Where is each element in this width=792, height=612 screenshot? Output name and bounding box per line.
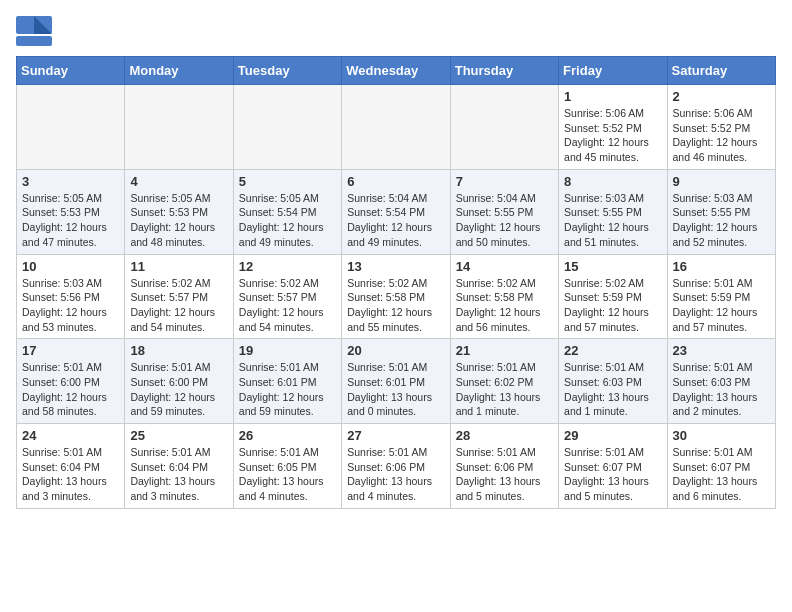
calendar-cell: 19Sunrise: 5:01 AM Sunset: 6:01 PM Dayli… <box>233 339 341 424</box>
week-row-3: 10Sunrise: 5:03 AM Sunset: 5:56 PM Dayli… <box>17 254 776 339</box>
day-info: Sunrise: 5:01 AM Sunset: 6:04 PM Dayligh… <box>130 445 227 504</box>
calendar-cell <box>125 85 233 170</box>
calendar-cell: 26Sunrise: 5:01 AM Sunset: 6:05 PM Dayli… <box>233 424 341 509</box>
day-number: 9 <box>673 174 770 189</box>
day-number: 20 <box>347 343 444 358</box>
day-number: 29 <box>564 428 661 443</box>
day-number: 15 <box>564 259 661 274</box>
calendar-cell: 8Sunrise: 5:03 AM Sunset: 5:55 PM Daylig… <box>559 169 667 254</box>
day-number: 6 <box>347 174 444 189</box>
day-info: Sunrise: 5:05 AM Sunset: 5:53 PM Dayligh… <box>22 191 119 250</box>
calendar-cell: 30Sunrise: 5:01 AM Sunset: 6:07 PM Dayli… <box>667 424 775 509</box>
day-number: 24 <box>22 428 119 443</box>
calendar-cell: 23Sunrise: 5:01 AM Sunset: 6:03 PM Dayli… <box>667 339 775 424</box>
calendar-cell: 7Sunrise: 5:04 AM Sunset: 5:55 PM Daylig… <box>450 169 558 254</box>
calendar-cell: 13Sunrise: 5:02 AM Sunset: 5:58 PM Dayli… <box>342 254 450 339</box>
day-number: 3 <box>22 174 119 189</box>
calendar-cell: 27Sunrise: 5:01 AM Sunset: 6:06 PM Dayli… <box>342 424 450 509</box>
day-number: 19 <box>239 343 336 358</box>
day-number: 4 <box>130 174 227 189</box>
calendar-cell: 5Sunrise: 5:05 AM Sunset: 5:54 PM Daylig… <box>233 169 341 254</box>
day-info: Sunrise: 5:01 AM Sunset: 6:00 PM Dayligh… <box>22 360 119 419</box>
day-info: Sunrise: 5:05 AM Sunset: 5:53 PM Dayligh… <box>130 191 227 250</box>
day-info: Sunrise: 5:04 AM Sunset: 5:54 PM Dayligh… <box>347 191 444 250</box>
day-number: 12 <box>239 259 336 274</box>
day-info: Sunrise: 5:04 AM Sunset: 5:55 PM Dayligh… <box>456 191 553 250</box>
day-info: Sunrise: 5:02 AM Sunset: 5:58 PM Dayligh… <box>456 276 553 335</box>
header-thursday: Thursday <box>450 57 558 85</box>
logo <box>16 16 56 46</box>
day-number: 21 <box>456 343 553 358</box>
header-sunday: Sunday <box>17 57 125 85</box>
day-number: 26 <box>239 428 336 443</box>
day-number: 13 <box>347 259 444 274</box>
day-number: 23 <box>673 343 770 358</box>
day-info: Sunrise: 5:01 AM Sunset: 6:02 PM Dayligh… <box>456 360 553 419</box>
calendar-cell: 18Sunrise: 5:01 AM Sunset: 6:00 PM Dayli… <box>125 339 233 424</box>
day-info: Sunrise: 5:01 AM Sunset: 6:01 PM Dayligh… <box>239 360 336 419</box>
day-number: 2 <box>673 89 770 104</box>
day-number: 22 <box>564 343 661 358</box>
day-info: Sunrise: 5:02 AM Sunset: 5:59 PM Dayligh… <box>564 276 661 335</box>
day-info: Sunrise: 5:01 AM Sunset: 6:00 PM Dayligh… <box>130 360 227 419</box>
calendar-cell: 22Sunrise: 5:01 AM Sunset: 6:03 PM Dayli… <box>559 339 667 424</box>
day-number: 8 <box>564 174 661 189</box>
calendar-cell: 25Sunrise: 5:01 AM Sunset: 6:04 PM Dayli… <box>125 424 233 509</box>
week-row-2: 3Sunrise: 5:05 AM Sunset: 5:53 PM Daylig… <box>17 169 776 254</box>
calendar-cell: 2Sunrise: 5:06 AM Sunset: 5:52 PM Daylig… <box>667 85 775 170</box>
header-friday: Friday <box>559 57 667 85</box>
calendar-cell: 15Sunrise: 5:02 AM Sunset: 5:59 PM Dayli… <box>559 254 667 339</box>
day-info: Sunrise: 5:06 AM Sunset: 5:52 PM Dayligh… <box>564 106 661 165</box>
calendar-cell: 29Sunrise: 5:01 AM Sunset: 6:07 PM Dayli… <box>559 424 667 509</box>
day-info: Sunrise: 5:01 AM Sunset: 6:06 PM Dayligh… <box>456 445 553 504</box>
calendar-cell: 4Sunrise: 5:05 AM Sunset: 5:53 PM Daylig… <box>125 169 233 254</box>
day-number: 7 <box>456 174 553 189</box>
day-number: 16 <box>673 259 770 274</box>
day-info: Sunrise: 5:01 AM Sunset: 6:06 PM Dayligh… <box>347 445 444 504</box>
day-number: 14 <box>456 259 553 274</box>
calendar-cell: 20Sunrise: 5:01 AM Sunset: 6:01 PM Dayli… <box>342 339 450 424</box>
calendar-table: SundayMondayTuesdayWednesdayThursdayFrid… <box>16 56 776 509</box>
calendar-cell <box>450 85 558 170</box>
day-info: Sunrise: 5:05 AM Sunset: 5:54 PM Dayligh… <box>239 191 336 250</box>
day-info: Sunrise: 5:03 AM Sunset: 5:55 PM Dayligh… <box>564 191 661 250</box>
day-info: Sunrise: 5:02 AM Sunset: 5:57 PM Dayligh… <box>239 276 336 335</box>
day-number: 25 <box>130 428 227 443</box>
day-number: 5 <box>239 174 336 189</box>
day-info: Sunrise: 5:01 AM Sunset: 6:04 PM Dayligh… <box>22 445 119 504</box>
header-wednesday: Wednesday <box>342 57 450 85</box>
calendar-cell: 17Sunrise: 5:01 AM Sunset: 6:00 PM Dayli… <box>17 339 125 424</box>
calendar-cell: 16Sunrise: 5:01 AM Sunset: 5:59 PM Dayli… <box>667 254 775 339</box>
day-info: Sunrise: 5:02 AM Sunset: 5:57 PM Dayligh… <box>130 276 227 335</box>
day-number: 30 <box>673 428 770 443</box>
day-info: Sunrise: 5:01 AM Sunset: 6:01 PM Dayligh… <box>347 360 444 419</box>
day-info: Sunrise: 5:06 AM Sunset: 5:52 PM Dayligh… <box>673 106 770 165</box>
header-saturday: Saturday <box>667 57 775 85</box>
week-row-1: 1Sunrise: 5:06 AM Sunset: 5:52 PM Daylig… <box>17 85 776 170</box>
calendar-cell: 12Sunrise: 5:02 AM Sunset: 5:57 PM Dayli… <box>233 254 341 339</box>
calendar-cell: 28Sunrise: 5:01 AM Sunset: 6:06 PM Dayli… <box>450 424 558 509</box>
logo-icon <box>16 16 52 46</box>
calendar-cell: 10Sunrise: 5:03 AM Sunset: 5:56 PM Dayli… <box>17 254 125 339</box>
day-info: Sunrise: 5:01 AM Sunset: 6:03 PM Dayligh… <box>564 360 661 419</box>
calendar-cell: 9Sunrise: 5:03 AM Sunset: 5:55 PM Daylig… <box>667 169 775 254</box>
day-info: Sunrise: 5:01 AM Sunset: 6:07 PM Dayligh… <box>673 445 770 504</box>
calendar-cell: 14Sunrise: 5:02 AM Sunset: 5:58 PM Dayli… <box>450 254 558 339</box>
week-row-4: 17Sunrise: 5:01 AM Sunset: 6:00 PM Dayli… <box>17 339 776 424</box>
calendar-header-row: SundayMondayTuesdayWednesdayThursdayFrid… <box>17 57 776 85</box>
week-row-5: 24Sunrise: 5:01 AM Sunset: 6:04 PM Dayli… <box>17 424 776 509</box>
day-number: 10 <box>22 259 119 274</box>
day-info: Sunrise: 5:02 AM Sunset: 5:58 PM Dayligh… <box>347 276 444 335</box>
calendar-cell <box>233 85 341 170</box>
day-info: Sunrise: 5:01 AM Sunset: 6:07 PM Dayligh… <box>564 445 661 504</box>
day-info: Sunrise: 5:01 AM Sunset: 6:03 PM Dayligh… <box>673 360 770 419</box>
header <box>16 16 776 46</box>
day-number: 11 <box>130 259 227 274</box>
calendar-cell: 24Sunrise: 5:01 AM Sunset: 6:04 PM Dayli… <box>17 424 125 509</box>
day-number: 18 <box>130 343 227 358</box>
calendar-cell <box>17 85 125 170</box>
calendar-cell <box>342 85 450 170</box>
calendar-cell: 11Sunrise: 5:02 AM Sunset: 5:57 PM Dayli… <box>125 254 233 339</box>
day-info: Sunrise: 5:03 AM Sunset: 5:55 PM Dayligh… <box>673 191 770 250</box>
day-info: Sunrise: 5:01 AM Sunset: 6:05 PM Dayligh… <box>239 445 336 504</box>
